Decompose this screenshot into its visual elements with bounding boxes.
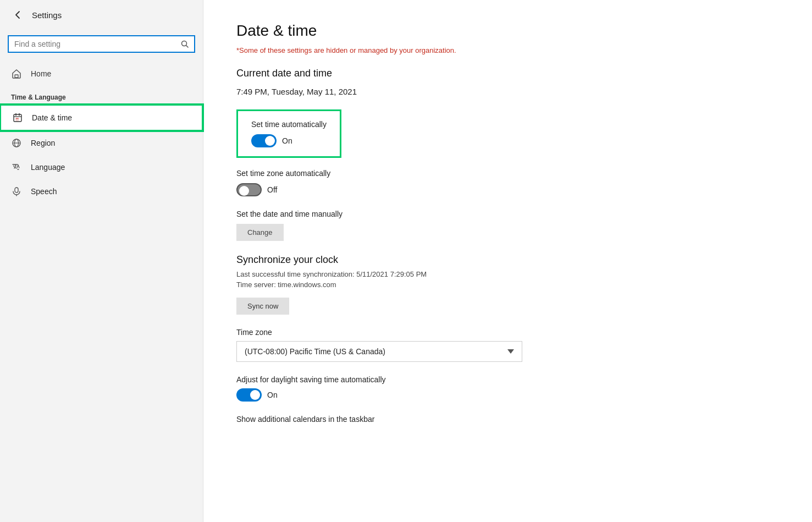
timezone-select[interactable]: (UTC-08:00) Pacific Time (US & Canada) [236, 341, 522, 362]
daylight-toggle-row: On [236, 388, 779, 402]
set-manually-section: Set the date and time manually Change [236, 210, 779, 241]
set-time-auto-label: Set time automatically [251, 120, 327, 129]
search-input[interactable] [14, 40, 176, 48]
sidebar-item-date-time[interactable]: ⏰ Date & time [0, 105, 203, 131]
sidebar-item-home[interactable]: Home [0, 62, 203, 86]
daylight-label: Adjust for daylight saving time automati… [236, 375, 779, 384]
timezone-section: Time zone (UTC-08:00) Pacific Time (US &… [236, 328, 779, 362]
sidebar-item-region[interactable]: Region [0, 131, 203, 155]
sidebar-item-date-time-label: Date & time [32, 113, 72, 122]
sync-section: Synchronize your clock Last successful t… [236, 254, 779, 315]
set-manually-label: Set the date and time manually [236, 210, 779, 218]
sync-info2: Time server: time.windows.com [236, 281, 779, 289]
language-icon [11, 162, 22, 173]
sidebar-title: Settings [32, 10, 62, 20]
sidebar-header: Settings [0, 0, 203, 30]
set-timezone-auto-state: Off [267, 185, 277, 194]
set-time-auto-toggle[interactable] [251, 134, 277, 147]
set-timezone-auto-label: Set time zone automatically [236, 169, 779, 178]
search-box[interactable] [8, 35, 195, 53]
set-timezone-auto-toggle[interactable] [236, 183, 262, 196]
change-button[interactable]: Change [236, 224, 284, 241]
back-button[interactable] [11, 8, 25, 22]
sidebar-item-speech-label: Speech [31, 187, 57, 196]
timezone-label: Time zone [236, 328, 779, 337]
set-timezone-auto-group: Set time zone automatically Off [236, 169, 779, 196]
svg-text:⏰: ⏰ [15, 118, 19, 122]
show-calendars-section: Show additional calendars in the taskbar [236, 415, 779, 424]
home-icon [11, 68, 22, 79]
current-datetime: 7:49 PM, Tuesday, May 11, 2021 [236, 87, 779, 96]
set-timezone-auto-row: Off [236, 183, 779, 196]
current-date-time-heading: Current date and time [236, 68, 779, 79]
daylight-state: On [267, 391, 278, 399]
sidebar-item-language-label: Language [31, 163, 65, 172]
page-title: Date & time [236, 22, 779, 40]
region-icon [11, 138, 22, 149]
home-label: Home [31, 69, 51, 78]
sync-info1: Last successful time synchronization: 5/… [236, 270, 779, 278]
daylight-toggle[interactable] [236, 388, 262, 402]
show-calendars-label: Show additional calendars in the taskbar [236, 415, 779, 424]
section-label: Time & Language [0, 86, 203, 105]
speech-icon [11, 186, 22, 197]
daylight-section: Adjust for daylight saving time automati… [236, 375, 779, 402]
sync-now-button[interactable]: Sync now [236, 298, 289, 315]
sidebar-item-language[interactable]: Language [0, 155, 203, 179]
sidebar-item-speech[interactable]: Speech [0, 179, 203, 204]
set-time-auto-state: On [282, 136, 292, 145]
svg-rect-11 [15, 188, 18, 193]
org-notice: *Some of these settings are hidden or ma… [236, 46, 779, 54]
main-content: Date & time *Some of these settings are … [203, 0, 812, 522]
set-time-auto-row: On [251, 134, 327, 147]
set-time-auto-group: Set time automatically On [236, 109, 341, 158]
search-icon[interactable] [181, 40, 189, 48]
sync-title: Synchronize your clock [236, 254, 779, 266]
sidebar: Settings Home Time & Language [0, 0, 203, 522]
sidebar-item-region-label: Region [31, 139, 55, 147]
date-time-icon: ⏰ [12, 112, 23, 123]
svg-rect-2 [15, 75, 18, 78]
svg-line-1 [186, 46, 189, 48]
